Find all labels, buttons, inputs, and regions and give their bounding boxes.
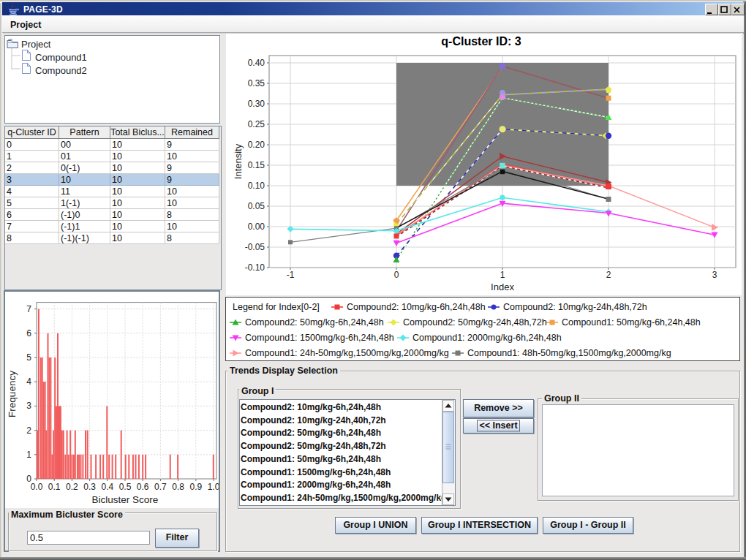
- svg-text:7: 7: [26, 304, 31, 314]
- svg-text:0.40: 0.40: [248, 58, 265, 68]
- svg-text:0.15: 0.15: [248, 160, 265, 170]
- svg-text:3: 3: [26, 401, 31, 411]
- svg-text:3: 3: [712, 270, 717, 280]
- svg-text:-0.05: -0.05: [245, 242, 265, 252]
- svg-text:0.3: 0.3: [83, 482, 96, 492]
- svg-text:0.05: 0.05: [248, 201, 265, 211]
- svg-text:0.30: 0.30: [248, 99, 265, 109]
- svg-text:0: 0: [394, 270, 399, 280]
- svg-text:1.0: 1.0: [208, 482, 219, 492]
- svg-text:6: 6: [26, 328, 31, 338]
- svg-text:0.00: 0.00: [248, 222, 265, 232]
- svg-text:0.7: 0.7: [154, 482, 167, 492]
- svg-text:0.5: 0.5: [119, 482, 132, 492]
- svg-text:0.8: 0.8: [172, 482, 184, 492]
- svg-text:0.0: 0.0: [31, 482, 43, 492]
- svg-text:Intensity: Intensity: [233, 143, 244, 179]
- svg-text:Index: Index: [491, 281, 514, 292]
- svg-text:-0.10: -0.10: [245, 262, 265, 273]
- svg-text:0.2: 0.2: [66, 482, 78, 492]
- svg-text:0.35: 0.35: [248, 78, 265, 88]
- svg-text:Frequency: Frequency: [7, 371, 18, 417]
- svg-text:0.6: 0.6: [137, 482, 149, 492]
- svg-text:0.25: 0.25: [248, 119, 265, 129]
- svg-text:0.10: 0.10: [248, 181, 265, 191]
- svg-text:5: 5: [26, 352, 31, 363]
- svg-text:0.1: 0.1: [48, 482, 61, 492]
- svg-text:4: 4: [26, 377, 31, 387]
- svg-text:1: 1: [26, 450, 31, 460]
- svg-text:0.4: 0.4: [101, 482, 113, 492]
- svg-text:2: 2: [26, 425, 31, 436]
- svg-text:-1: -1: [287, 270, 295, 280]
- svg-text:1: 1: [500, 270, 505, 280]
- svg-text:Bicluster Score: Bicluster Score: [92, 494, 159, 505]
- svg-text:0.9: 0.9: [189, 482, 202, 492]
- svg-text:0.20: 0.20: [248, 140, 265, 150]
- svg-text:2: 2: [606, 270, 611, 280]
- svg-text:q-Cluster ID: 3: q-Cluster ID: 3: [441, 35, 521, 48]
